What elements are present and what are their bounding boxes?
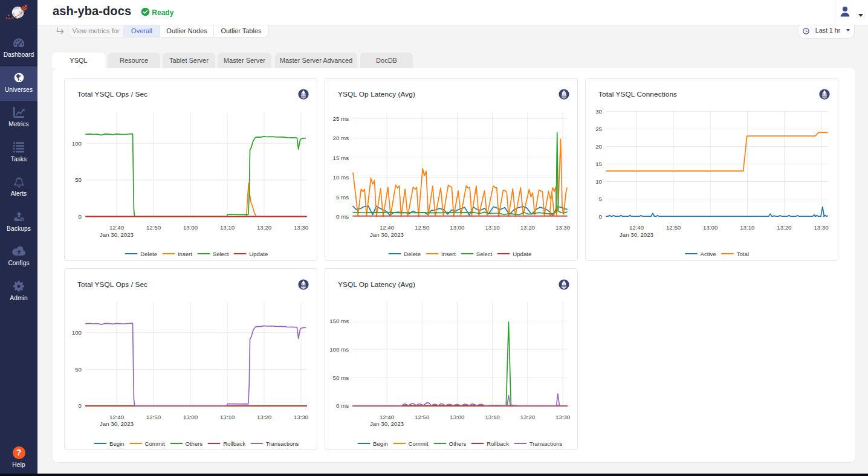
svg-text:15: 15 (595, 161, 602, 167)
svg-text:13:10: 13:10 (485, 224, 500, 231)
svg-text:13:20: 13:20 (520, 414, 536, 420)
svg-text:15 ms: 15 ms (333, 155, 349, 161)
svg-text:50 ms: 50 ms (333, 375, 349, 381)
svg-text:12:50: 12:50 (666, 224, 681, 231)
svg-text:13:00: 13:00 (450, 224, 465, 231)
svg-text:5: 5 (599, 196, 602, 202)
svg-text:12:50: 12:50 (415, 414, 430, 420)
svg-text:12:40: 12:40 (629, 224, 644, 231)
svg-text:13:30: 13:30 (555, 414, 571, 420)
svg-text:13:10: 13:10 (485, 414, 500, 420)
svg-text:13:20: 13:20 (520, 224, 536, 231)
svg-text:Jan 30, 2023: Jan 30, 2023 (620, 231, 653, 238)
svg-text:100: 100 (72, 329, 82, 336)
svg-text:0 ms: 0 ms (336, 402, 349, 409)
svg-text:13:10: 13:10 (740, 224, 755, 231)
svg-text:30: 30 (595, 108, 602, 115)
svg-text:Jan 30, 2023: Jan 30, 2023 (370, 420, 404, 427)
svg-text:100 ms: 100 ms (329, 346, 349, 353)
svg-text:12:50: 12:50 (146, 414, 161, 420)
svg-text:100: 100 (72, 140, 82, 147)
svg-text:0: 0 (79, 402, 82, 409)
svg-text:12:40: 12:40 (109, 414, 125, 420)
svg-text:13:20: 13:20 (777, 224, 792, 231)
svg-text:13:20: 13:20 (257, 414, 272, 420)
svg-text:20: 20 (595, 143, 602, 150)
svg-text:0 ms: 0 ms (336, 213, 349, 220)
svg-text:13:30: 13:30 (814, 224, 829, 231)
svg-text:12:50: 12:50 (146, 224, 161, 231)
svg-text:13:10: 13:10 (220, 414, 235, 420)
svg-text:150 ms: 150 ms (329, 318, 349, 324)
svg-text:12:40: 12:40 (109, 224, 125, 231)
svg-text:13:20: 13:20 (257, 224, 272, 231)
svg-text:13:30: 13:30 (555, 224, 571, 231)
svg-text:5 ms: 5 ms (336, 194, 349, 201)
svg-text:12:50: 12:50 (415, 224, 430, 231)
svg-text:Jan 30, 2023: Jan 30, 2023 (370, 231, 404, 238)
svg-text:20 ms: 20 ms (333, 135, 349, 141)
svg-text:13:00: 13:00 (450, 414, 465, 420)
svg-text:12:40: 12:40 (380, 414, 395, 420)
svg-text:0: 0 (79, 213, 82, 220)
svg-text:Jan 30, 2023: Jan 30, 2023 (100, 420, 134, 427)
svg-text:13:30: 13:30 (294, 414, 309, 420)
svg-text:0: 0 (599, 213, 603, 220)
svg-text:12:40: 12:40 (380, 224, 395, 231)
svg-text:13:10: 13:10 (220, 224, 235, 231)
svg-text:13:00: 13:00 (183, 414, 198, 420)
svg-text:Jan 30, 2023: Jan 30, 2023 (100, 231, 134, 238)
svg-text:25: 25 (595, 126, 602, 132)
svg-text:50: 50 (75, 366, 82, 373)
svg-text:10: 10 (595, 178, 602, 185)
svg-text:25 ms: 25 ms (333, 115, 349, 122)
svg-text:13:00: 13:00 (703, 224, 718, 231)
svg-text:10 ms: 10 ms (333, 174, 349, 181)
svg-text:50: 50 (75, 176, 82, 183)
svg-text:13:30: 13:30 (294, 224, 309, 231)
svg-text:13:00: 13:00 (183, 224, 198, 231)
